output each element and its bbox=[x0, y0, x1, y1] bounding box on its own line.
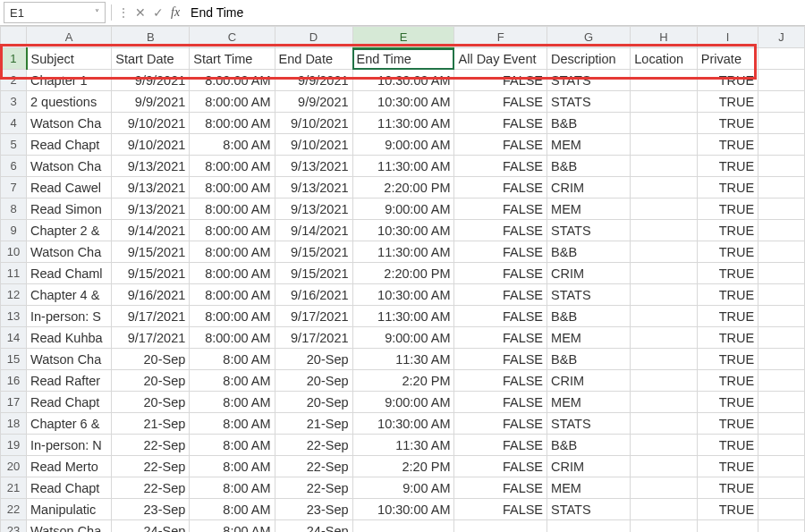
cell[interactable]: 9/17/2021 bbox=[275, 327, 352, 349]
cell[interactable]: MEM bbox=[547, 392, 631, 413]
cell[interactable]: TRUE bbox=[697, 198, 758, 220]
cell[interactable]: 24-Sep bbox=[112, 520, 190, 533]
cell[interactable] bbox=[631, 284, 698, 306]
cell[interactable]: 9/17/2021 bbox=[275, 306, 352, 327]
cell[interactable]: 2:20:00 PM bbox=[352, 177, 454, 198]
cell[interactable]: 8:00 AM bbox=[190, 370, 275, 392]
cell[interactable]: TRUE bbox=[697, 70, 758, 91]
cell[interactable]: TRUE bbox=[697, 134, 758, 156]
cell[interactable] bbox=[758, 327, 805, 349]
row-header[interactable]: 23 bbox=[1, 520, 27, 533]
cell[interactable]: TRUE bbox=[697, 241, 758, 263]
cell[interactable]: TRUE bbox=[697, 91, 758, 113]
cell[interactable] bbox=[758, 284, 805, 306]
cell[interactable]: MEM bbox=[547, 477, 631, 499]
cell[interactable]: Subject bbox=[27, 48, 112, 70]
cell[interactable]: 9/10/2021 bbox=[112, 134, 190, 156]
cell[interactable] bbox=[631, 520, 698, 533]
cell[interactable]: 10:30:00 AM bbox=[352, 220, 454, 241]
cell[interactable]: 22-Sep bbox=[275, 477, 352, 499]
cell[interactable]: 8:00:00 AM bbox=[190, 327, 275, 349]
cell[interactable]: All Day Event bbox=[454, 48, 547, 70]
row-header[interactable]: 9 bbox=[1, 220, 27, 241]
cell[interactable] bbox=[631, 435, 698, 456]
cell[interactable]: 9/13/2021 bbox=[112, 177, 190, 198]
cell[interactable]: B&B bbox=[547, 156, 631, 177]
cell[interactable]: 22-Sep bbox=[275, 435, 352, 456]
cell[interactable]: 9/17/2021 bbox=[112, 327, 190, 349]
row-header[interactable]: 7 bbox=[1, 177, 27, 198]
cell[interactable]: 22-Sep bbox=[112, 435, 190, 456]
cell[interactable]: TRUE bbox=[697, 435, 758, 456]
cell[interactable]: 11:30:00 AM bbox=[352, 306, 454, 327]
row-header[interactable]: 6 bbox=[1, 156, 27, 177]
col-header-E[interactable]: E bbox=[352, 27, 454, 48]
cell[interactable]: 9/9/2021 bbox=[112, 70, 190, 91]
cell[interactable]: Chapter 6 & bbox=[27, 413, 112, 435]
cell[interactable]: 8:00 AM bbox=[190, 456, 275, 477]
cell[interactable] bbox=[758, 241, 805, 263]
cell[interactable]: MEM bbox=[547, 327, 631, 349]
cell[interactable]: FALSE bbox=[454, 198, 547, 220]
cell[interactable]: MEM bbox=[547, 134, 631, 156]
cell[interactable]: TRUE bbox=[697, 477, 758, 499]
cell[interactable]: 11:30:00 AM bbox=[352, 241, 454, 263]
cell[interactable]: 8:00 AM bbox=[190, 349, 275, 370]
cell[interactable] bbox=[631, 392, 698, 413]
cell[interactable]: CRIM bbox=[547, 263, 631, 284]
cell[interactable]: CRIM bbox=[547, 177, 631, 198]
cell[interactable]: FALSE bbox=[454, 134, 547, 156]
cell[interactable]: STATS bbox=[547, 70, 631, 91]
cell[interactable]: Read Chapt bbox=[27, 392, 112, 413]
row-header[interactable]: 21 bbox=[1, 477, 27, 499]
cell[interactable]: 2:20:00 PM bbox=[352, 263, 454, 284]
cell[interactable]: 10:30:00 AM bbox=[352, 413, 454, 435]
fx-icon[interactable]: fx bbox=[171, 5, 180, 20]
cell[interactable]: CRIM bbox=[547, 456, 631, 477]
cell[interactable]: Read Chapt bbox=[27, 477, 112, 499]
cell[interactable]: TRUE bbox=[697, 220, 758, 241]
cell[interactable]: 9/17/2021 bbox=[112, 306, 190, 327]
cell[interactable]: 9/9/2021 bbox=[275, 70, 352, 91]
row-header[interactable]: 15 bbox=[1, 349, 27, 370]
cell[interactable] bbox=[631, 306, 698, 327]
col-header-I[interactable]: I bbox=[697, 27, 758, 48]
cell[interactable]: Read Merto bbox=[27, 456, 112, 477]
row-header[interactable]: 19 bbox=[1, 435, 27, 456]
cell[interactable]: 24-Sep bbox=[275, 520, 352, 533]
cell[interactable]: 21-Sep bbox=[112, 413, 190, 435]
cell[interactable]: FALSE bbox=[454, 435, 547, 456]
cell[interactable]: TRUE bbox=[697, 413, 758, 435]
cell[interactable]: FALSE bbox=[454, 306, 547, 327]
cell[interactable]: B&B bbox=[547, 113, 631, 134]
cell[interactable]: 20-Sep bbox=[275, 392, 352, 413]
col-header-H[interactable]: H bbox=[631, 27, 698, 48]
cell[interactable] bbox=[631, 177, 698, 198]
cell[interactable]: 9/16/2021 bbox=[275, 284, 352, 306]
cell[interactable] bbox=[631, 113, 698, 134]
cell[interactable]: 9/13/2021 bbox=[112, 156, 190, 177]
cell[interactable] bbox=[631, 70, 698, 91]
cell[interactable]: 9/9/2021 bbox=[275, 91, 352, 113]
cell[interactable]: Read Chaml bbox=[27, 263, 112, 284]
cell[interactable]: 9/14/2021 bbox=[112, 220, 190, 241]
cell[interactable] bbox=[758, 392, 805, 413]
col-header-B[interactable]: B bbox=[112, 27, 190, 48]
cell[interactable]: 9/15/2021 bbox=[275, 241, 352, 263]
cell[interactable] bbox=[631, 413, 698, 435]
col-header-J[interactable]: J bbox=[758, 27, 805, 48]
row-header[interactable]: 18 bbox=[1, 413, 27, 435]
cell[interactable]: FALSE bbox=[454, 349, 547, 370]
cell[interactable]: Watson Cha bbox=[27, 156, 112, 177]
cell[interactable] bbox=[758, 435, 805, 456]
cell[interactable] bbox=[631, 327, 698, 349]
cell[interactable]: 22-Sep bbox=[112, 477, 190, 499]
cell[interactable]: MEM bbox=[547, 198, 631, 220]
cell[interactable]: 20-Sep bbox=[112, 370, 190, 392]
cell[interactable]: FALSE bbox=[454, 477, 547, 499]
col-header-D[interactable]: D bbox=[275, 27, 352, 48]
cancel-icon[interactable]: ✕ bbox=[135, 5, 146, 20]
cell[interactable] bbox=[758, 134, 805, 156]
formula-input[interactable] bbox=[185, 4, 805, 21]
confirm-icon[interactable]: ✓ bbox=[153, 5, 164, 20]
